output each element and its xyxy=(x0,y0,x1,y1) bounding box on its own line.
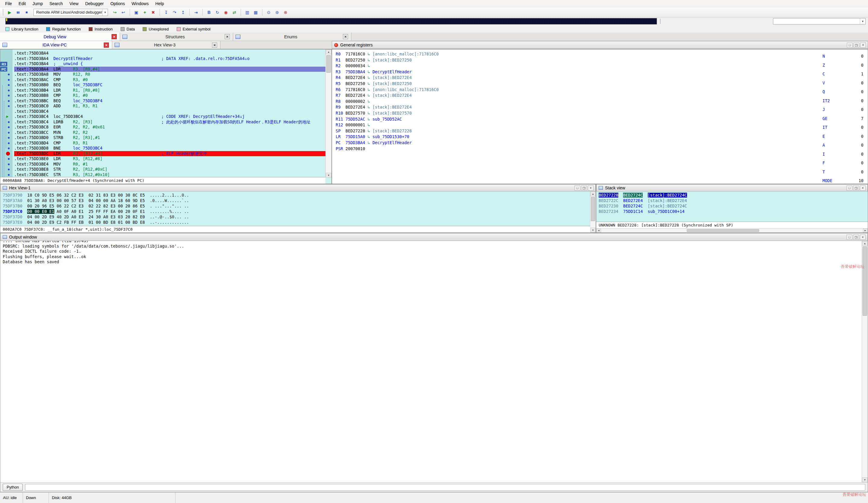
hex-row[interactable]: 75DF3790 18 C0 9D E5 06 32 C2 E3 02 31 8… xyxy=(3,192,590,198)
stack-row[interactable]: BED2722C BED272E4 [stack]:BED272E4 xyxy=(599,198,868,203)
delete-breakpoint-icon[interactable]: ✖ xyxy=(149,9,157,16)
gutter-cell[interactable] xyxy=(0,77,12,83)
register-row[interactable]: R2 00000034 ↳ xyxy=(336,63,438,69)
close-icon[interactable]: × xyxy=(860,234,866,240)
tile-windows-icon[interactable]: ▥ xyxy=(244,9,251,16)
register-row[interactable]: R3 75DD3BA4 ↳ DecryptElfHeader xyxy=(336,69,438,75)
hex-row[interactable]: 75DF37D0 04 00 2D E9 40 2D A0 E3 24 30 A… xyxy=(3,214,590,220)
gutter-cell[interactable] xyxy=(0,156,12,161)
register-row[interactable]: R4 BED272E4 ↳ [stack]:BED272E4 xyxy=(336,75,438,81)
maximize-icon[interactable]: □ xyxy=(847,186,852,191)
pause-process-icon[interactable]: ▮▮ xyxy=(14,9,22,16)
flag-row[interactable]: E0 xyxy=(823,132,867,141)
flag-row[interactable]: T0 xyxy=(823,168,867,177)
gutter-cell[interactable] xyxy=(0,56,12,62)
stack-list[interactable]: BED27228 BED2724C [stack]:BED2724CBED272… xyxy=(596,191,868,214)
asm-line[interactable]: .text:75DD3BC0 ADD R1, R3, R1 xyxy=(14,103,326,109)
gutter-cell[interactable] xyxy=(0,109,12,114)
asm-line[interactable]: .text:75DD3BD8 BNE loc_75DD3BC4 xyxy=(14,146,326,151)
debugger-selector[interactable]: Remote ARM Linux/Android debugger▾ xyxy=(33,9,108,16)
hex-row[interactable]: 75DF37C0 00 00 E0 E1 A0 0F A0 E1 25 FF F… xyxy=(3,209,590,214)
run-to-cursor-icon[interactable]: ⇥ xyxy=(192,9,200,16)
gutter-cell[interactable] xyxy=(0,93,12,98)
scroll-up-icon[interactable]: ▲ xyxy=(326,50,331,54)
tab-debug-view[interactable]: Debug View × xyxy=(0,33,120,41)
scrollbar-thumb[interactable] xyxy=(687,229,759,232)
close-icon[interactable]: × xyxy=(212,43,217,48)
run-until-return-icon[interactable]: ↥ xyxy=(179,9,187,16)
float-icon[interactable]: ◳ xyxy=(581,186,587,191)
register-row[interactable]: PSR 20070010 xyxy=(336,146,438,152)
switch-thread-icon[interactable]: ⇄ xyxy=(230,9,238,16)
register-row[interactable]: R0 717816C0 ↳ [anon:libc_malloc]:717816C… xyxy=(336,51,438,57)
register-row[interactable]: SP BED27228 ↳ [stack]:BED27228 xyxy=(336,128,438,134)
register-row[interactable]: R7 BED272E4 ↳ [stack]:BED272E4 xyxy=(336,93,438,98)
register-row[interactable]: R8 00000002 ↳ xyxy=(336,98,438,105)
asm-line[interactable]: .text:75DD3BC4 loc_75DD3BC4 ; CODE XREF:… xyxy=(14,114,326,119)
asm-line[interactable]: .text:75DD3BC4 LDRB R2, [R3] ; 此处的小循环貌似在… xyxy=(14,119,326,125)
close-icon[interactable]: × xyxy=(112,34,117,39)
flag-row[interactable]: A0 xyxy=(823,141,867,150)
stack-hscrollbar[interactable]: ◄ ► xyxy=(596,228,868,232)
stack-row[interactable]: BED27228 BED2724C [stack]:BED2724C xyxy=(599,192,868,198)
close-icon[interactable]: × xyxy=(860,43,866,48)
hex-dump[interactable]: 75DF3790 18 C0 9D E5 06 32 C2 E3 02 31 8… xyxy=(0,191,590,226)
disasm-scrollbar[interactable]: ▲ ▼ xyxy=(326,50,331,178)
gutter-cell[interactable] xyxy=(0,119,12,125)
flag-row[interactable]: J0 xyxy=(823,105,867,114)
asm-line[interactable]: .text:75DD3BEC STR R3, [R12,#0x10] xyxy=(14,172,326,178)
tab-enums[interactable]: Enums × xyxy=(233,33,351,41)
continue-process-icon[interactable]: ▶ xyxy=(6,9,13,16)
float-icon[interactable]: ◳ xyxy=(853,186,859,191)
scroll-down-icon[interactable]: ▼ xyxy=(862,478,868,482)
hex-row[interactable]: 75DF37A0 01 30 A0 E3 00 00 57 E3 04 00 0… xyxy=(3,198,590,203)
gutter-cell[interactable] xyxy=(0,72,12,77)
menu-help[interactable]: Help xyxy=(152,1,167,7)
register-row[interactable]: R1 BED27250 ↳ [stack]:BED27250 xyxy=(336,57,438,63)
asm-line[interactable]: .text:75DD3BC4 xyxy=(14,109,326,114)
gutter-cell[interactable] xyxy=(0,172,12,178)
step-over-icon[interactable]: ↷ xyxy=(171,9,178,16)
gutter-cell[interactable] xyxy=(0,125,12,130)
flag-row[interactable]: F0 xyxy=(823,159,867,168)
flag-row[interactable]: N0 xyxy=(823,52,867,61)
asm-line[interactable]: .text:75DD3BA8 MOV R12, R0 xyxy=(14,72,326,77)
tab-hex-view-3[interactable]: Hex View-3 × xyxy=(112,41,220,49)
flag-row[interactable]: C1 xyxy=(823,70,867,79)
gutter-cell[interactable] xyxy=(0,140,12,146)
maximize-icon[interactable]: □ xyxy=(847,43,852,48)
flag-row[interactable]: V0 xyxy=(823,79,867,88)
gutter-cell[interactable] xyxy=(0,61,12,67)
close-icon[interactable]: × xyxy=(343,34,348,39)
asm-line[interactable]: .text:75DD3BA4 xyxy=(14,51,326,56)
trace-stop-icon[interactable]: ⊗ xyxy=(282,9,290,16)
gutter-cell[interactable] xyxy=(0,67,12,72)
hex-row[interactable]: 75DF37E0 04 00 2D E9 C2 FB FF EB 01 00 B… xyxy=(3,220,590,225)
record-snapshot-icon[interactable]: ◉ xyxy=(222,9,230,16)
register-row[interactable]: LR 75DD15A0 ↳ sub_75DD1530+70 xyxy=(336,134,438,140)
gutter-cell[interactable] xyxy=(0,167,12,172)
asm-line[interactable]: .text:75DD3BE8 STR R2, [R12,#0xC] xyxy=(14,167,326,172)
gutter-cell[interactable] xyxy=(0,88,12,93)
gutter-cell[interactable] xyxy=(0,103,12,109)
gutter-cell[interactable] xyxy=(0,130,12,135)
scrollbar-thumb[interactable] xyxy=(326,55,331,73)
gutter-cell[interactable] xyxy=(0,146,12,151)
asm-line[interactable]: .text:75DD3BDC LDR R2, [R12,#4] ; ELF He… xyxy=(14,151,326,157)
close-icon[interactable]: × xyxy=(860,186,866,191)
menu-jump[interactable]: Jump xyxy=(29,1,46,7)
maximize-icon[interactable]: □ xyxy=(575,186,580,191)
asm-line[interactable]: .text:75DD3BA4 ; __unwind { xyxy=(14,61,326,67)
open-debugger-windows-icon[interactable]: ▣ xyxy=(132,9,140,16)
gutter-cell[interactable] xyxy=(0,161,12,167)
asm-line[interactable]: .text:75DD3BAC CMP R3, #0 xyxy=(14,77,326,83)
menu-debugger[interactable]: Debugger xyxy=(82,1,107,7)
register-row[interactable]: R11 75DD52AC ↳ sub_75DD52AC xyxy=(336,116,438,123)
close-icon[interactable]: × xyxy=(104,43,109,48)
float-icon[interactable]: ◳ xyxy=(854,43,859,48)
navband-range-combo[interactable]: ▾ xyxy=(773,18,866,24)
register-row[interactable]: R6 717816C0 ↳ [anon:libc_malloc]:717816C… xyxy=(336,87,438,93)
flag-row[interactable]: Z0 xyxy=(823,61,867,70)
maximize-icon[interactable]: □ xyxy=(847,234,852,240)
asm-line[interactable]: .text:75DD3BE0 LDR R3, [R12,#8] xyxy=(14,156,326,161)
